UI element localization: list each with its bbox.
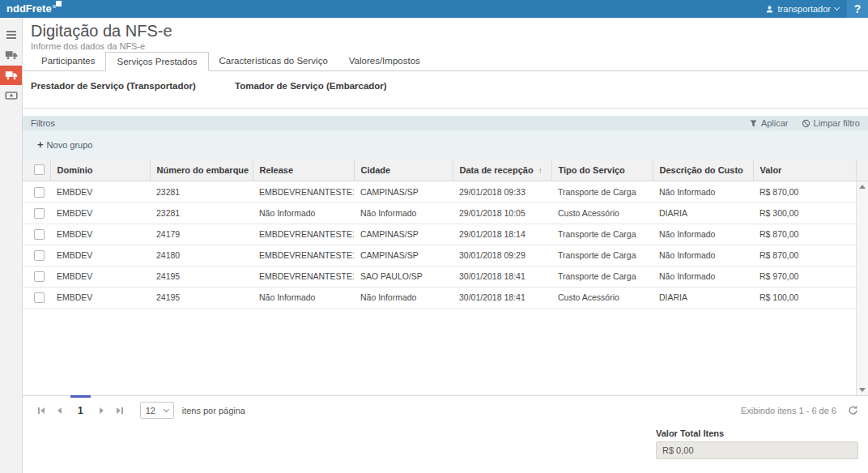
participants-panel: Prestador de Serviço (Transportador) Tom… bbox=[23, 71, 868, 109]
vertical-scrollbar[interactable] bbox=[856, 181, 868, 395]
column-header-cidade[interactable]: Cidade bbox=[354, 159, 453, 181]
user-menu-label: transportador bbox=[778, 4, 831, 14]
page-title: Digitação da NFS-e bbox=[31, 22, 860, 40]
refresh-button[interactable] bbox=[848, 405, 858, 415]
table-cell: 23281 bbox=[150, 202, 253, 224]
hamburger-icon bbox=[6, 31, 16, 39]
page-size-select[interactable]: 12 bbox=[140, 402, 174, 419]
sidebar-item-billing[interactable] bbox=[0, 86, 22, 105]
current-page-number[interactable]: 1 bbox=[70, 405, 91, 416]
prev-page-button[interactable] bbox=[50, 402, 68, 420]
table-cell: 24195 bbox=[150, 266, 253, 287]
select-all-checkbox[interactable] bbox=[34, 164, 45, 175]
table-cell: Custo Acessório bbox=[551, 287, 653, 308]
table-cell: Transporte de Carga bbox=[551, 224, 653, 245]
table-cell: R$ 870,00 bbox=[753, 245, 856, 266]
prestador-label: Prestador de Serviço (Transportador) bbox=[31, 81, 235, 108]
table-cell: DIARIA bbox=[653, 202, 753, 224]
table-cell: EMBDEVRENANTESTE120 bbox=[253, 266, 354, 287]
tab-caracteristicas-do-servico[interactable]: Características do Serviço bbox=[209, 52, 338, 70]
row-checkbox[interactable] bbox=[34, 250, 45, 261]
table-cell: CAMPINAS/SP bbox=[354, 224, 453, 245]
column-header-release[interactable]: Release bbox=[253, 159, 354, 181]
table-cell: 29/01/2018 10:05 bbox=[453, 202, 551, 224]
refresh-icon bbox=[848, 405, 858, 415]
table-cell: Não Informado bbox=[653, 181, 753, 202]
column-header-descricao-custo[interactable]: Descrição do Custo bbox=[653, 159, 753, 181]
filters-header: Filtros Aplicar Limpar filtro bbox=[23, 116, 868, 130]
new-group-label: Novo grupo bbox=[47, 140, 93, 150]
pager-status: Exibindo itens 1 - 6 de 6 bbox=[741, 406, 836, 415]
tab-valores-impostos[interactable]: Valores/Impostos bbox=[338, 52, 431, 70]
next-page-button[interactable] bbox=[93, 402, 111, 420]
table-cell: 23281 bbox=[150, 181, 253, 202]
total-items-label: Valor Total Itens bbox=[656, 428, 858, 438]
sidebar bbox=[0, 18, 23, 473]
table-cell: Transporte de Carga bbox=[551, 245, 653, 266]
sidebar-item-menu-toggle[interactable] bbox=[0, 25, 22, 45]
scroll-up-icon[interactable] bbox=[859, 185, 866, 189]
sidebar-item-nfse[interactable] bbox=[0, 66, 22, 85]
page-subtitle: Informe dos dados da NFS-e bbox=[31, 41, 860, 51]
table-rows: EMBDEV23281EMBDEVRENANTESTE115CAMPINAS/S… bbox=[23, 181, 856, 308]
column-header-dominio[interactable]: Domínio bbox=[50, 159, 150, 181]
app-logo-text: nddFrete bbox=[6, 1, 52, 17]
tabstrip: Participantes Serviços Prestados Caracte… bbox=[23, 52, 868, 71]
help-button[interactable]: ? bbox=[847, 0, 868, 18]
tab-servicos-prestados[interactable]: Serviços Prestados bbox=[105, 52, 208, 71]
tomador-label: Tomador de Serviço (Embarcador) bbox=[235, 81, 387, 108]
apply-filter-button[interactable]: Aplicar bbox=[749, 118, 789, 128]
column-header-valor[interactable]: Valor bbox=[753, 159, 856, 181]
table-row: EMBDEV24179EMBDEVRENANTESTE116CAMPINAS/S… bbox=[23, 224, 856, 245]
banknote-icon bbox=[5, 91, 18, 100]
column-header-data-recepcao[interactable]: Data de recepção ↑ bbox=[453, 159, 551, 181]
new-group-button[interactable]: + Novo grupo bbox=[37, 138, 92, 151]
table-cell: Não Informado bbox=[653, 245, 753, 266]
table-cell: EMBDEV bbox=[50, 202, 150, 224]
table-cell: 30/01/2018 18:41 bbox=[453, 266, 551, 287]
sidebar-item-freight[interactable] bbox=[0, 45, 22, 65]
table-cell: 24180 bbox=[150, 245, 253, 266]
row-checkbox-cell bbox=[23, 266, 50, 287]
table-cell: R$ 300,00 bbox=[753, 202, 856, 224]
table-body-area: EMBDEV23281EMBDEVRENANTESTE115CAMPINAS/S… bbox=[23, 181, 868, 395]
row-checkbox-cell bbox=[23, 224, 50, 245]
table-cell: Transporte de Carga bbox=[551, 181, 653, 202]
column-header-numero-embarque[interactable]: Número do embarque bbox=[150, 159, 253, 181]
table-cell: 24179 bbox=[150, 224, 253, 245]
row-checkbox[interactable] bbox=[34, 229, 45, 240]
table-cell: 29/01/2018 09:33 bbox=[453, 181, 551, 202]
row-checkbox[interactable] bbox=[34, 271, 45, 282]
table-cell: 30/01/2018 18:41 bbox=[453, 287, 551, 308]
table-cell: EMBDEV bbox=[50, 266, 150, 287]
column-header-tipo-servico[interactable]: Tipo do Serviço bbox=[551, 159, 653, 181]
clear-filter-button[interactable]: Limpar filtro bbox=[802, 118, 860, 128]
items-per-page-label: itens por página bbox=[182, 406, 245, 415]
table-cell: EMBDEV bbox=[50, 287, 150, 308]
table-cell: R$ 100,00 bbox=[753, 287, 856, 308]
table-cell: CAMPINAS/SP bbox=[354, 181, 453, 202]
row-checkbox[interactable] bbox=[34, 208, 45, 219]
table-row: EMBDEV24180EMBDEVRENANTESTE117CAMPINAS/S… bbox=[23, 245, 856, 266]
ban-icon bbox=[802, 119, 811, 128]
first-page-button[interactable] bbox=[32, 402, 50, 420]
user-menu[interactable]: transportador bbox=[757, 0, 847, 18]
table-cell: CAMPINAS/SP bbox=[354, 245, 453, 266]
row-checkbox[interactable] bbox=[34, 187, 45, 198]
table-cell: R$ 870,00 bbox=[753, 181, 856, 202]
filters-title: Filtros bbox=[31, 118, 55, 128]
filters-body: + Novo grupo bbox=[23, 130, 868, 159]
footer: Valor Total Itens bbox=[23, 424, 868, 473]
table-cell: 29/01/2018 18:14 bbox=[453, 224, 551, 245]
tab-participantes[interactable]: Participantes bbox=[31, 52, 105, 70]
total-items-input[interactable] bbox=[656, 441, 858, 459]
filter-funnel-icon bbox=[749, 119, 758, 128]
last-page-button[interactable] bbox=[111, 402, 129, 420]
sort-asc-icon: ↑ bbox=[538, 166, 542, 175]
table-cell: DIARIA bbox=[653, 287, 753, 308]
table-header: Domínio Número do embarque Release Cidad… bbox=[23, 159, 868, 181]
column-header-data-recepcao-label: Data de recepção bbox=[460, 165, 534, 175]
row-checkbox[interactable] bbox=[34, 292, 45, 303]
scroll-down-icon[interactable] bbox=[859, 388, 866, 392]
table-cell: Não Informado bbox=[653, 266, 753, 287]
